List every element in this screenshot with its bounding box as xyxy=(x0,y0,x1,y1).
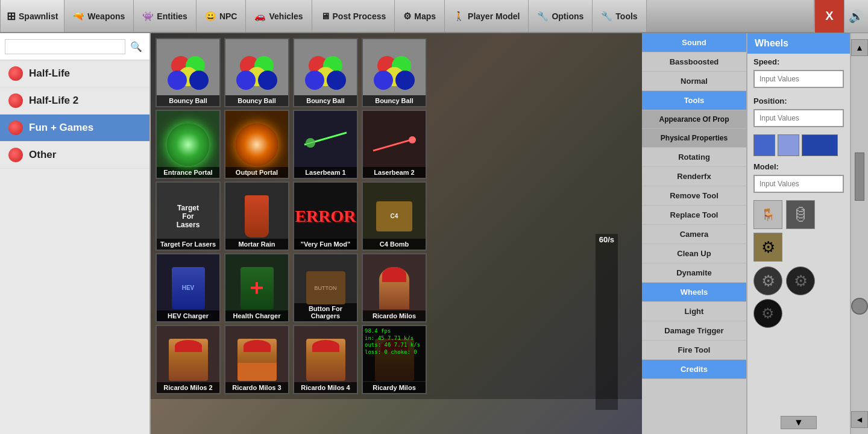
tab-weapons[interactable]: 🔫 Weapons xyxy=(64,0,134,32)
tab-options[interactable]: 🔧 Options xyxy=(529,0,593,32)
center-panel: Bouncy Ball Bouncy Ball xyxy=(151,33,642,434)
sidebar-item-halflife2[interactable]: Half-Life 2 xyxy=(0,87,149,115)
model-input[interactable] xyxy=(753,175,844,193)
grid-item-laserbeam2[interactable]: Laserbeam 2 xyxy=(362,110,427,179)
speed-label: Speed: xyxy=(753,57,796,66)
tool-wheels[interactable]: Wheels xyxy=(642,283,746,302)
grid-item-bouncyball3[interactable]: Bouncy Ball xyxy=(293,38,358,107)
grid-item-c4bomb[interactable]: C4 C4 Bomb xyxy=(362,181,427,251)
tab-entities[interactable]: 👾 Entities xyxy=(134,0,197,32)
hud-speed: 60/s xyxy=(596,234,618,410)
right-panel: Sound Bassboosted Normal Tools Appearanc… xyxy=(642,33,868,434)
circle-button[interactable] xyxy=(851,298,868,315)
tab-tools[interactable]: 🔧 Tools xyxy=(593,0,646,32)
tool-appearanceofprop[interactable]: Appearance Of Prop xyxy=(642,110,746,129)
grid-item-ricardomilos3[interactable]: Ricardo Milos 3 xyxy=(224,325,289,394)
tools-props: Wheels Speed: Position: xyxy=(747,33,850,434)
color-swatches xyxy=(747,132,850,159)
right-scrollbar: ▲ ◄ xyxy=(850,33,868,434)
model-icon-gear[interactable]: ⚙ xyxy=(753,233,782,262)
model-icon-chair[interactable]: 🪑 xyxy=(753,200,782,229)
veryfunmod-preview: ERROR xyxy=(294,183,357,250)
tab-vehicles[interactable]: 🚗 Vehicles xyxy=(246,0,312,32)
grid-item-bouncyball4[interactable]: Bouncy Ball xyxy=(362,38,427,107)
ricardomilos3-preview xyxy=(225,326,288,393)
swatch-blue[interactable] xyxy=(753,134,775,156)
tool-light[interactable]: Light xyxy=(642,302,746,321)
tab-postprocess[interactable]: 🖥 Post Process xyxy=(312,0,395,32)
search-bar: 🔍 xyxy=(0,33,149,60)
grid-item-bouncyball2[interactable]: Bouncy Ball xyxy=(224,38,289,107)
model-icon-tire[interactable]: ⚙ xyxy=(753,299,782,328)
tool-camera[interactable]: Camera xyxy=(642,225,746,244)
tool-bassboosted[interactable]: Bassboosted xyxy=(642,52,746,72)
sidebar-item-other[interactable]: Other xyxy=(0,142,149,169)
tab-playermodel-label: Player Model xyxy=(468,11,520,21)
model-icon-wheel1[interactable]: ⚙ xyxy=(753,266,782,295)
tool-cleanup[interactable]: Clean Up xyxy=(642,244,746,263)
tool-dynamite[interactable]: Dynamite xyxy=(642,263,746,283)
tool-replacetool[interactable]: Replace Tool xyxy=(642,206,746,225)
model-icon-barrel[interactable]: 🛢 xyxy=(786,200,815,229)
props-header: Wheels xyxy=(747,33,850,54)
entities-icon: 👾 xyxy=(142,11,154,22)
svg-point-24 xyxy=(409,136,416,143)
tool-credits[interactable]: Credits xyxy=(642,360,746,379)
grid-item-ricardomilos2[interactable]: Ricardo Milos 2 xyxy=(156,325,221,394)
tool-renderfx[interactable]: Renderfx xyxy=(642,167,746,186)
tab-spawnlist[interactable]: ⊞ Spawnlist xyxy=(0,0,64,32)
grid-item-bouncyball1[interactable]: Bouncy Ball xyxy=(156,38,221,107)
tool-rotating[interactable]: Rotating xyxy=(642,148,746,167)
ricardomilos4-preview xyxy=(294,326,357,393)
laserbeam2-preview xyxy=(363,111,426,178)
close-button[interactable]: X xyxy=(814,0,844,33)
swatch-lightblue[interactable] xyxy=(778,134,799,156)
grid-item-healthcharger[interactable]: Health Charger xyxy=(224,253,289,322)
grid-item-ricardomilos4[interactable]: Ricardo Milos 4 xyxy=(293,325,358,394)
model-icon-wheel2[interactable]: ⚙ xyxy=(786,266,815,295)
model-row: Model: xyxy=(747,159,850,175)
tab-playermodel[interactable]: 🚶 Player Model xyxy=(445,0,529,32)
tool-damagetrigger[interactable]: Damage Trigger xyxy=(642,321,746,341)
tool-physicalproperties[interactable]: Physical Properties xyxy=(642,129,746,148)
search-input[interactable] xyxy=(5,39,125,54)
sidebar-item-halflife[interactable]: Half-Life xyxy=(0,60,149,87)
grid-item-ricardomilos[interactable]: Ricardo Milos xyxy=(362,253,427,322)
tab-npc[interactable]: 😀 NPC xyxy=(197,0,247,32)
grid-item-laserbeam1[interactable]: Laserbeam 1 xyxy=(293,110,358,179)
halflife2-icon xyxy=(8,93,23,108)
tool-tools[interactable]: Tools xyxy=(642,91,746,110)
grid-item-buttonchargers[interactable]: BUTTON Button For Chargers xyxy=(293,253,358,322)
grid-item-entranceportal[interactable]: Entrance Portal xyxy=(156,110,221,179)
sidebar-item-fungames[interactable]: Fun + Games xyxy=(0,115,149,142)
scroll-up-btn[interactable]: ▲ xyxy=(851,39,868,56)
tab-weapons-label: Weapons xyxy=(87,11,125,21)
grid-item-ricardomilos5[interactable]: 98.4 fps in: 45 7.71 k/s outs: 46 7.71 k… xyxy=(362,325,427,394)
scroll-down-button[interactable]: ▼ xyxy=(781,416,817,429)
swatch-darkblue[interactable] xyxy=(802,134,838,156)
fungames-label: Fun + Games xyxy=(29,122,93,134)
tool-firetool[interactable]: Fire Tool xyxy=(642,341,746,360)
tool-normal[interactable]: Normal xyxy=(642,72,746,91)
speed-input[interactable] xyxy=(753,70,844,88)
position-input[interactable] xyxy=(753,109,844,127)
grid-item-outputportal[interactable]: Output Portal xyxy=(224,110,289,179)
tools-icon: 🔧 xyxy=(601,11,612,22)
svg-point-18 xyxy=(374,71,393,90)
mortarrain-preview xyxy=(225,183,288,250)
grid-item-hevcharger[interactable]: HEV HEV Charger xyxy=(156,253,221,322)
position-label: Position: xyxy=(753,96,796,105)
vehicles-icon: 🚗 xyxy=(254,11,266,22)
ricardomilos2-preview xyxy=(157,326,219,393)
tool-removetool[interactable]: Remove Tool xyxy=(642,186,746,206)
grid-item-veryfunmod[interactable]: ERROR "Very Fun Mod" xyxy=(293,181,358,251)
scroll-thumb[interactable] xyxy=(855,153,864,201)
grid-item-mortarrain[interactable]: Mortar Rain xyxy=(224,181,289,251)
search-button[interactable]: 🔍 xyxy=(128,38,145,55)
grid-item-targetlasers[interactable]: TargetForLasers Target For Lasers xyxy=(156,181,221,251)
tab-maps[interactable]: ⚙ Maps xyxy=(395,0,445,32)
bouncyball4-preview xyxy=(363,39,426,106)
scroll-down-btn[interactable]: ◄ xyxy=(851,411,868,428)
tool-sound[interactable]: Sound xyxy=(642,33,746,52)
tab-vehicles-label: Vehicles xyxy=(269,11,303,21)
